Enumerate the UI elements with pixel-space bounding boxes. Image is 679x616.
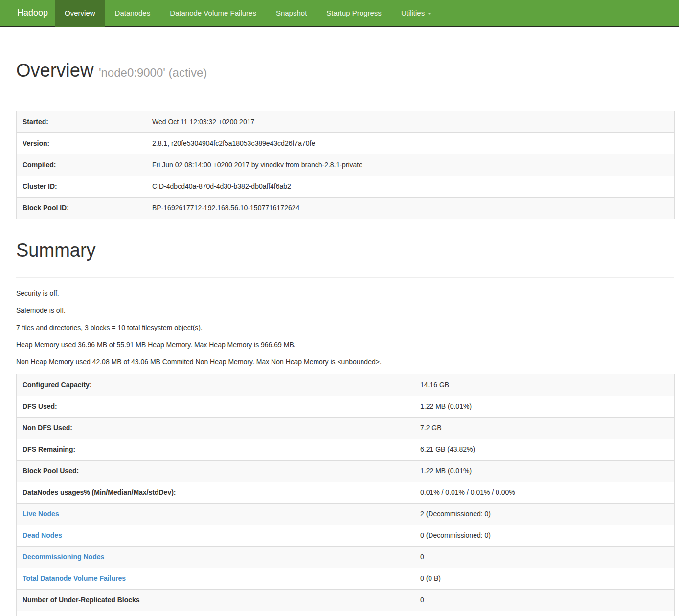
row-value: 1.22 MB (0.01%) xyxy=(414,396,675,418)
row-label: Decommissioning Nodes xyxy=(17,547,414,568)
table-row: Number of Blocks Pending Deletion0 xyxy=(17,611,675,616)
navbar-brand[interactable]: Hadoop xyxy=(0,0,55,26)
row-value: 7.2 GB xyxy=(414,418,675,439)
row-value: 6.21 GB (43.82%) xyxy=(414,439,675,461)
row-value: 2 (Decommissioned: 0) xyxy=(414,504,675,525)
nav-item-datanodes[interactable]: Datanodes xyxy=(105,0,160,26)
row-value: 0 xyxy=(414,590,675,611)
nav-item-snapshot[interactable]: Snapshot xyxy=(266,0,317,26)
nav-item-overview[interactable]: Overview xyxy=(55,0,105,27)
summary-line: Non Heap Memory used 42.08 MB of 43.06 M… xyxy=(16,357,674,367)
row-label: Number of Blocks Pending Deletion xyxy=(17,611,414,616)
table-row: Decommissioning Nodes0 xyxy=(17,547,675,568)
decommissioning-nodes-link[interactable]: Decommissioning Nodes xyxy=(23,553,104,561)
page-title-text: Overview xyxy=(16,60,93,81)
table-row: Total Datanode Volume Failures0 (0 B) xyxy=(17,568,675,590)
row-value: 0 (Decommissioned: 0) xyxy=(414,525,675,547)
row-label: Cluster ID: xyxy=(17,176,146,198)
summary-header: Summary xyxy=(16,240,674,278)
table-row: Configured Capacity:14.16 GB xyxy=(17,374,675,396)
row-value: BP-1692617712-192.168.56.10-150771617262… xyxy=(146,198,675,219)
summary-line: Security is off. xyxy=(16,288,674,298)
summary-title: Summary xyxy=(16,240,674,261)
row-value: 0.01% / 0.01% / 0.01% / 0.00% xyxy=(414,482,675,504)
navbar-menu: OverviewDatanodesDatanode Volume Failure… xyxy=(55,0,441,27)
row-value: 1.22 MB (0.01%) xyxy=(414,461,675,482)
total-datanode-volume-failures-link[interactable]: Total Datanode Volume Failures xyxy=(23,574,126,582)
table-row: Live Nodes2 (Decommissioned: 0) xyxy=(17,504,675,525)
table-row: DFS Used:1.22 MB (0.01%) xyxy=(17,396,675,418)
summary-paragraphs: Security is off.Safemode is off.7 files … xyxy=(16,288,674,367)
row-label: Compiled: xyxy=(17,154,146,176)
summary-line: Safemode is off. xyxy=(16,306,674,315)
dead-nodes-link[interactable]: Dead Nodes xyxy=(23,531,62,539)
table-row: Dead Nodes0 (Decommissioned: 0) xyxy=(17,525,675,547)
table-row: Block Pool ID:BP-1692617712-192.168.56.1… xyxy=(17,198,675,219)
table-row: Version:2.8.1, r20fe5304904fc2f5a18053c3… xyxy=(17,133,675,154)
row-label: Number of Under-Replicated Blocks xyxy=(17,590,414,611)
live-nodes-link[interactable]: Live Nodes xyxy=(23,510,59,518)
page-content: Overview 'node0:9000' (active) Started:W… xyxy=(0,60,679,616)
table-row: Started:Wed Oct 11 12:03:32 +0200 2017 xyxy=(17,111,675,133)
row-label: Version: xyxy=(17,133,146,154)
row-label: Started: xyxy=(17,111,146,133)
summary-line: Heap Memory used 36.96 MB of 55.91 MB He… xyxy=(16,340,674,350)
row-label: DataNodes usages% (Min/Median/Max/stdDev… xyxy=(17,482,414,504)
row-label: Block Pool Used: xyxy=(17,461,414,482)
table-row: DataNodes usages% (Min/Median/Max/stdDev… xyxy=(17,482,675,504)
row-label: Dead Nodes xyxy=(17,525,414,547)
table-row: DFS Remaining:6.21 GB (43.82%) xyxy=(17,439,675,461)
table-row: Non DFS Used:7.2 GB xyxy=(17,418,675,439)
row-label: Total Datanode Volume Failures xyxy=(17,568,414,590)
nav-item-startup-progress[interactable]: Startup Progress xyxy=(317,0,391,26)
row-value: 0 (0 B) xyxy=(414,568,675,590)
overview-header: Overview 'node0:9000' (active) xyxy=(16,60,674,100)
row-label: DFS Used: xyxy=(17,396,414,418)
row-value: Wed Oct 11 12:03:32 +0200 2017 xyxy=(146,111,675,133)
row-value: Fri Jun 02 08:14:00 +0200 2017 by vinodk… xyxy=(146,154,675,176)
table-row: Cluster ID:CID-4dbcd40a-870d-4d30-b382-d… xyxy=(17,176,675,198)
table-row: Block Pool Used:1.22 MB (0.01%) xyxy=(17,461,675,482)
row-label: Live Nodes xyxy=(17,504,414,525)
nav-item-datanode-volume-failures[interactable]: Datanode Volume Failures xyxy=(160,0,266,26)
caret-down-icon xyxy=(428,13,431,15)
page-title: Overview 'node0:9000' (active) xyxy=(16,60,674,83)
row-value: 0 xyxy=(414,547,675,568)
summary-table: Configured Capacity:14.16 GBDFS Used:1.2… xyxy=(16,374,675,616)
row-label: DFS Remaining: xyxy=(17,439,414,461)
row-value: CID-4dbcd40a-870d-4d30-b382-db0aff4f6ab2 xyxy=(146,176,675,198)
table-row: Compiled:Fri Jun 02 08:14:00 +0200 2017 … xyxy=(17,154,675,176)
row-label: Configured Capacity: xyxy=(17,374,414,396)
row-value: 0 xyxy=(414,611,675,616)
row-value: 14.16 GB xyxy=(414,374,675,396)
navbar: Hadoop OverviewDatanodesDatanode Volume … xyxy=(0,0,679,27)
row-label: Block Pool ID: xyxy=(17,198,146,219)
row-value: 2.8.1, r20fe5304904fc2f5a18053c389e43cd2… xyxy=(146,133,675,154)
page-subtitle: 'node0:9000' (active) xyxy=(99,66,207,79)
nav-item-utilities[interactable]: Utilities xyxy=(391,0,441,26)
summary-line: 7 files and directories, 3 blocks = 10 t… xyxy=(16,323,674,332)
row-label: Non DFS Used: xyxy=(17,418,414,439)
namenode-info-table: Started:Wed Oct 11 12:03:32 +0200 2017Ve… xyxy=(16,111,675,219)
table-row: Number of Under-Replicated Blocks0 xyxy=(17,590,675,611)
